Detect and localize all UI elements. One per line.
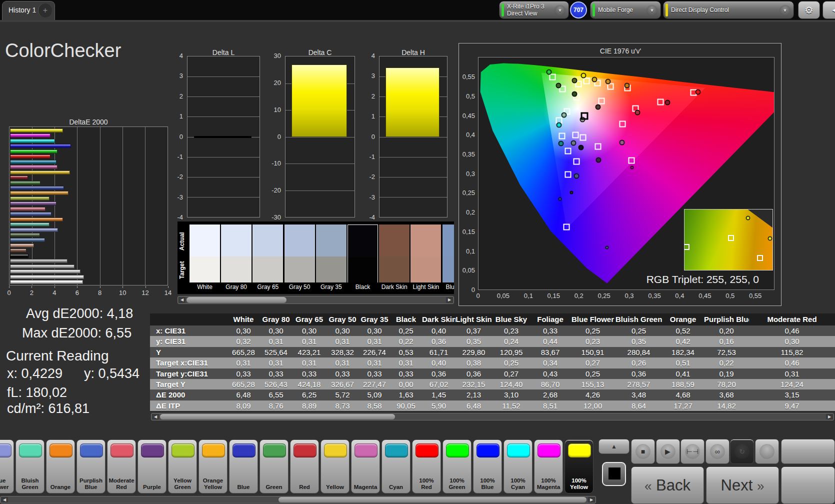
nav-partial-button[interactable] xyxy=(781,466,835,504)
meter-source-label: Mobile Forge xyxy=(598,6,633,14)
patch-button-red[interactable]: Red xyxy=(290,440,319,494)
play-button[interactable]: ▶ xyxy=(656,439,680,464)
row-label: ΔE 2000 xyxy=(150,390,228,400)
scroll-right-arrow[interactable]: ▶ xyxy=(826,414,833,420)
add-tab-button[interactable]: + xyxy=(38,4,52,18)
scroll-left-arrow[interactable]: ◀ xyxy=(152,414,159,420)
chevron-down-icon[interactable]: ▼ xyxy=(554,5,566,16)
axis-tick-label: -4 xyxy=(369,214,375,221)
patch-button-cyan[interactable]: Cyan xyxy=(382,440,410,494)
chevron-down-icon[interactable]: ▼ xyxy=(780,5,790,16)
target-marker xyxy=(595,143,602,150)
table-cell: 120,95 xyxy=(492,347,530,358)
patch-button-purplish-blue[interactable]: Purplish Blue xyxy=(76,440,106,494)
back-arrow-icon: « xyxy=(644,468,652,504)
patch-button-100-yellow[interactable]: 100% Yellow xyxy=(564,440,594,494)
swatch-actual xyxy=(284,224,315,256)
scrollbar-thumb[interactable] xyxy=(186,297,286,303)
axis-tick-label: 6 xyxy=(72,289,82,296)
de-bar-gray-50 xyxy=(10,264,74,268)
axis-tick-label: 0,05 xyxy=(462,266,475,274)
column-header: Orange xyxy=(662,314,704,326)
table-cell: 17,27 xyxy=(662,400,704,411)
scroll-up-button[interactable]: ▲ xyxy=(598,439,630,454)
collapse-panel-button[interactable]: ◀ xyxy=(822,1,835,19)
table-cell: 188,59 xyxy=(662,379,704,390)
patch-button-100-green[interactable]: 100% Green xyxy=(442,440,472,494)
toolbar-divider xyxy=(0,20,835,22)
patch-button-label: 100% Green xyxy=(444,478,470,490)
scrollbar-thumb[interactable] xyxy=(160,414,395,420)
inset-measured-marker xyxy=(746,216,750,220)
patch-button-magenta[interactable]: Magenta xyxy=(351,440,380,494)
table-row: Y665,28525,64423,21328,32226,740,5361,71… xyxy=(150,347,835,358)
table-cell: 12,00 xyxy=(570,400,616,411)
patch-color-chip xyxy=(324,444,347,458)
meter-selector-xrite[interactable]: X-Rite i1Pro 3 Direct View ▼ xyxy=(499,1,569,19)
de-bar-blue-sky xyxy=(10,238,45,242)
patch-button-100-magenta[interactable]: 100% Magenta xyxy=(534,440,563,494)
patch-button-100-cyan[interactable]: 100% Cyan xyxy=(504,440,532,494)
patch-window-black-icon xyxy=(608,468,620,480)
patch-row-scrollbar[interactable]: ◀ ▶ xyxy=(0,496,596,504)
table-cell: 0,32 xyxy=(228,336,260,346)
axis-tick-label: 20 xyxy=(274,79,281,86)
measured-marker xyxy=(558,198,562,201)
scrollbar-thumb[interactable] xyxy=(278,497,586,502)
axis-tick-label: 0,1 xyxy=(466,248,475,255)
table-cell: 4,26 xyxy=(570,390,616,400)
axis-tick-label: 0,15 xyxy=(544,292,564,300)
step-button[interactable]: ⊢⊣ xyxy=(680,439,704,464)
scroll-right-arrow[interactable]: ▶ xyxy=(588,497,595,502)
patch-window-button[interactable] xyxy=(598,456,630,494)
patch-button-orange[interactable]: Orange xyxy=(46,440,75,494)
back-button[interactable]: « Back xyxy=(631,466,704,504)
swatch-scrollbar[interactable]: ◀ ▶ xyxy=(178,296,454,304)
axis-tick-label: 0 xyxy=(4,289,14,296)
meter-selector-source[interactable]: Mobile Forge ▼ xyxy=(590,1,661,19)
axis-tick-label: 4 xyxy=(180,52,183,60)
chevron-down-icon[interactable]: ▼ xyxy=(646,5,658,16)
column-header: Black xyxy=(390,314,422,326)
axis-tick-label: -4 xyxy=(177,214,183,221)
avg-de2000-readout: Avg dE2000: 4,18 xyxy=(26,306,133,322)
stop-button[interactable]: ■ xyxy=(631,439,655,464)
scroll-left-arrow[interactable]: ◀ xyxy=(178,297,186,303)
patch-button-green[interactable]: Green xyxy=(260,440,288,494)
patch-button-orange-yellow[interactable]: Orange Yellow xyxy=(198,440,228,494)
gridline xyxy=(100,127,100,285)
patch-button-purple[interactable]: Purple xyxy=(138,440,166,494)
axis-tick-label: 0,25 xyxy=(462,189,475,196)
continuous-button[interactable]: ∞ xyxy=(706,439,730,464)
patch-button-blue[interactable]: Blue xyxy=(229,440,258,494)
column-header: Moderate Red xyxy=(749,314,835,326)
swatch-dark-skin xyxy=(379,224,410,282)
transport-partial-button[interactable] xyxy=(781,439,835,464)
next-button[interactable]: Next » xyxy=(706,466,779,504)
scroll-left-arrow[interactable]: ◀ xyxy=(1,497,8,502)
patch-button-blue-flower[interactable]: Blue Flower xyxy=(0,440,14,494)
patch-button-yellow[interactable]: Yellow xyxy=(320,440,350,494)
refresh-button[interactable]: ↻ xyxy=(730,439,754,464)
meter-selector-display[interactable]: Direct Display Control ▼ xyxy=(663,1,794,19)
settings-button[interactable]: ⚙ xyxy=(798,1,820,19)
patch-color-chip xyxy=(568,444,591,458)
patch-button-yellow-green[interactable]: Yellow Green xyxy=(168,440,197,494)
blank-button[interactable] xyxy=(755,439,779,464)
axis-tick-label: 8 xyxy=(95,289,105,296)
patch-button-100-red[interactable]: 100% Red xyxy=(412,440,441,494)
patch-color-chip xyxy=(172,444,194,458)
table-cell: 0,41 xyxy=(662,368,704,379)
axis-tick-label: -10 xyxy=(272,160,281,167)
patch-button-bluish-green[interactable]: Bluish Green xyxy=(16,440,44,494)
scroll-right-arrow[interactable]: ▶ xyxy=(446,297,453,303)
cie-y-axis: 00,050,10,150,20,250,30,350,40,450,50,55 xyxy=(459,57,477,290)
table-cell: 226,74 xyxy=(359,347,390,358)
patch-button-100-blue[interactable]: 100% Blue xyxy=(473,440,502,494)
meter-status-indicator xyxy=(666,4,668,16)
history-tab[interactable]: History 1 + xyxy=(2,1,55,20)
patch-button-moderate-red[interactable]: Moderate Red xyxy=(107,440,136,494)
deltal-chart-title: Delta L xyxy=(187,48,260,56)
table-scrollbar[interactable]: ◀ ▶ xyxy=(151,413,834,420)
table-cell: 227,47 xyxy=(359,379,390,390)
